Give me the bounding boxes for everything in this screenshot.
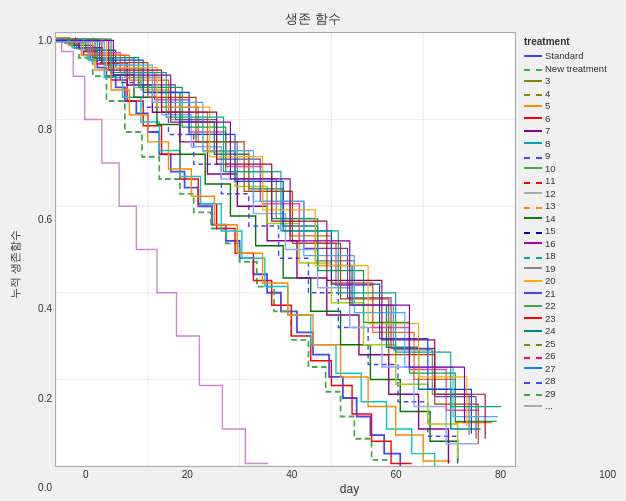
chart-title: 생존 함수 xyxy=(285,10,341,28)
legend-line-color xyxy=(524,257,542,259)
legend-line-color xyxy=(524,80,542,82)
legend-item: 16 xyxy=(524,238,612,249)
legend-line-color xyxy=(524,105,542,107)
legend-line-color xyxy=(524,217,542,219)
legend-item-label: 10 xyxy=(545,163,556,174)
legend-item: 23 xyxy=(524,313,612,324)
legend-item-label: 26 xyxy=(545,350,556,361)
y-axis-labels: 1.0 0.8 0.6 0.4 0.2 0.0 xyxy=(27,32,55,496)
legend-title: treatment xyxy=(524,36,612,47)
legend-line-color xyxy=(524,405,542,407)
legend-line-color xyxy=(524,394,542,396)
legend-item: 12 xyxy=(524,188,612,199)
legend-line-color xyxy=(524,182,542,184)
y-axis-label: 누적 생존함수 xyxy=(9,229,24,298)
legend-line-color xyxy=(524,267,542,269)
y-label-container: 누적 생존함수 xyxy=(5,32,27,496)
legend-line-color xyxy=(524,117,542,119)
legend-item-label: 21 xyxy=(545,288,556,299)
svg-text:+: + xyxy=(59,34,65,45)
legend-item-label: 15 xyxy=(545,225,556,236)
legend-line-color xyxy=(524,94,542,96)
legend-item: 27 xyxy=(524,363,612,374)
legend-item: 28 xyxy=(524,375,612,386)
x-tick-60: 60 xyxy=(391,469,402,480)
legend-line-color xyxy=(524,69,542,71)
legend-item: 15 xyxy=(524,225,612,236)
plot-area-wrapper: + + + + + + treatment StandardNew treatm… xyxy=(55,32,616,496)
legend-item: 8 xyxy=(524,138,612,149)
x-tick-0: 0 xyxy=(83,469,89,480)
legend-item: 9 xyxy=(524,150,612,161)
legend-line-color xyxy=(524,130,542,132)
plot-svg: + + + + + + xyxy=(56,33,515,466)
legend-item-label: 14 xyxy=(545,213,556,224)
x-axis-labels: 0 20 40 60 80 100 xyxy=(83,467,616,480)
chart-body: 누적 생존함수 1.0 0.8 0.6 0.4 0.2 0.0 xyxy=(0,32,626,496)
legend-item-label: 13 xyxy=(545,200,556,211)
legend-item: 5 xyxy=(524,100,612,111)
svg-text:+: + xyxy=(73,33,78,43)
x-tick-20: 20 xyxy=(182,469,193,480)
legend-item-label: 25 xyxy=(545,338,556,349)
legend-item-label: 23 xyxy=(545,313,556,324)
legend-item-label: 20 xyxy=(545,275,556,286)
legend-item: 21 xyxy=(524,288,612,299)
legend-item-label: 8 xyxy=(545,138,550,149)
legend-item: 20 xyxy=(524,275,612,286)
legend-item: 4 xyxy=(524,88,612,99)
legend-line-color xyxy=(524,192,542,194)
legend-item: 25 xyxy=(524,338,612,349)
legend-item-label: 18 xyxy=(545,250,556,261)
legend-item-label: 24 xyxy=(545,325,556,336)
legend-item: 14 xyxy=(524,213,612,224)
legend-item: 18 xyxy=(524,250,612,261)
legend-item-label: Standard xyxy=(545,50,584,61)
legend-item: Standard xyxy=(524,50,612,61)
legend-item: New treatment xyxy=(524,63,612,74)
y-tick-0-2: 0.2 xyxy=(27,393,52,404)
legend-item: 24 xyxy=(524,325,612,336)
legend-item-label: 7 xyxy=(545,125,550,136)
legend-item: 19 xyxy=(524,263,612,274)
legend-line-color xyxy=(524,280,542,282)
svg-text:+: + xyxy=(66,36,71,46)
legend-item-label: 22 xyxy=(545,300,556,311)
svg-text:+: + xyxy=(90,33,95,43)
legend-item: 11 xyxy=(524,175,612,186)
plot-area: + + + + + + xyxy=(55,32,516,467)
legend-item-label: 6 xyxy=(545,113,550,124)
x-tick-80: 80 xyxy=(495,469,506,480)
svg-text:+: + xyxy=(100,35,105,45)
x-tick-40: 40 xyxy=(286,469,297,480)
legend-line-color xyxy=(524,382,542,384)
legend-item-label: 27 xyxy=(545,363,556,374)
legend-line-color xyxy=(524,207,542,209)
y-tick-1-0: 1.0 xyxy=(27,35,52,46)
legend-item-label: 4 xyxy=(545,88,550,99)
legend-item-label: 28 xyxy=(545,375,556,386)
legend-line-color xyxy=(524,305,542,307)
legend-item-label: 12 xyxy=(545,188,556,199)
legend-item-label: 11 xyxy=(545,175,556,186)
plot-and-legend: + + + + + + treatment StandardNew treatm… xyxy=(55,32,616,467)
legend-item: 7 xyxy=(524,125,612,136)
legend-item-label: 3 xyxy=(545,75,550,86)
legend-item-label: 29 xyxy=(545,388,556,399)
x-tick-100: 100 xyxy=(599,469,616,480)
legend-line-color xyxy=(524,232,542,234)
legend-item: 29 xyxy=(524,388,612,399)
legend-item: 22 xyxy=(524,300,612,311)
legend-line-color xyxy=(524,357,542,359)
y-tick-0-8: 0.8 xyxy=(27,124,52,135)
legend-line-color xyxy=(524,167,542,169)
x-axis-title: day xyxy=(83,482,616,496)
legend-item-label: 5 xyxy=(545,100,550,111)
legend-line-color xyxy=(524,142,542,144)
legend-line-color xyxy=(524,242,542,244)
legend-item: 10 xyxy=(524,163,612,174)
legend-item-label: 9 xyxy=(545,150,550,161)
legend-item: ... xyxy=(524,400,612,411)
y-tick-0-6: 0.6 xyxy=(27,214,52,225)
legend-item-label: New treatment xyxy=(545,63,607,74)
